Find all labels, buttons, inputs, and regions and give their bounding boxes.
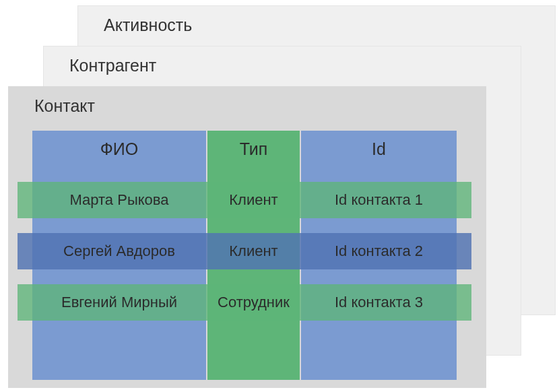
pane-contact: Контакт ФИО Тип Id Марта Рыкова Клиент I… xyxy=(8,86,486,388)
pane-counterparty-title: Контрагент xyxy=(44,46,521,75)
pane-contact-title: Контакт xyxy=(9,87,486,116)
cell-type: Сотрудник xyxy=(207,284,300,321)
cell-id: Id контакта 2 xyxy=(301,233,457,269)
pane-activity-title: Активность xyxy=(78,6,555,35)
header-id: Id xyxy=(301,131,457,167)
cell-name: Марта Рыкова xyxy=(32,182,206,218)
cell-name: Евгений Мирный xyxy=(32,284,206,321)
header-name: ФИО xyxy=(32,131,206,167)
header-type: Тип xyxy=(207,131,300,167)
cell-type: Клиент xyxy=(207,182,300,218)
diagram-stage: Активность Контрагент Контакт ФИО Тип Id… xyxy=(0,0,559,392)
cell-name: Сергей Авдоров xyxy=(32,233,206,269)
cell-id: Id контакта 1 xyxy=(301,182,457,218)
table-row: Евгений Мирный Сотрудник Id контакта 3 xyxy=(32,284,457,321)
table-row: Марта Рыкова Клиент Id контакта 1 xyxy=(32,182,457,218)
cell-type: Клиент xyxy=(207,233,300,269)
contact-table: ФИО Тип Id Марта Рыкова Клиент Id контак… xyxy=(32,131,457,380)
table-row: Сергей Авдоров Клиент Id контакта 2 xyxy=(32,233,457,269)
cell-id: Id контакта 3 xyxy=(301,284,457,321)
table-header: ФИО Тип Id xyxy=(32,131,457,167)
